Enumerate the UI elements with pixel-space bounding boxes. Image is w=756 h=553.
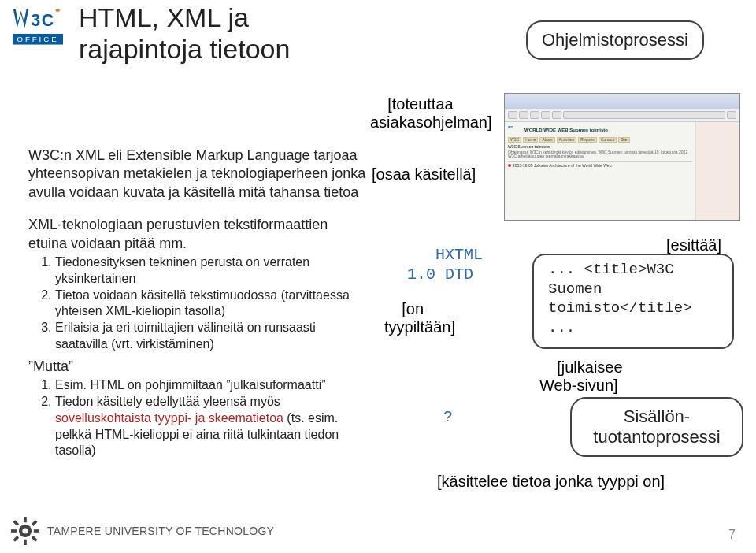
- intro-paragraph-2: XML-teknologiaan perustuvien tekstiforma…: [28, 216, 367, 253]
- title-line-1: HTML, XML ja: [79, 2, 249, 32]
- list-item: Tiedonesityksen tekninen perusta on verr…: [55, 254, 367, 288]
- title-line-2: rajapintoja tietoon: [79, 34, 290, 64]
- svg-rect-12: [32, 536, 38, 542]
- w3c-office-logo: 3 C OFFICE: [11, 6, 65, 46]
- university-footer: TAMPERE UNIVERSITY OF TECHNOLOGY: [11, 517, 274, 545]
- edge-label-osaa-kasitella: [osaa käsitellä]: [372, 165, 476, 184]
- browser-titlebar: [505, 94, 739, 109]
- process-box-ohjelmisto: Ohjelmistoprosessi: [526, 20, 704, 60]
- svg-text:W3C: W3C: [508, 126, 514, 129]
- svg-text:3: 3: [31, 11, 40, 30]
- code-line: ... <title>W3C: [548, 260, 724, 280]
- caveats-list: Esim. HTML on pohjimmiltaan ”julkaisufor…: [50, 377, 367, 459]
- svg-text:C: C: [42, 11, 54, 30]
- html-fragment-box: ... <title>W3C Suomen toimisto</title> .…: [532, 254, 734, 349]
- edge-label-on-tyypiltaan: [ontyypiltään]: [384, 282, 455, 354]
- browser-toolbar: [505, 109, 739, 122]
- svg-rect-9: [11, 529, 17, 533]
- slide-title: HTML, XML ja rajapintoja tietoon: [79, 2, 290, 65]
- gear-icon: [11, 517, 39, 545]
- process-box-sisallontuotanto: Sisällön-tuotantoprosessi: [570, 397, 743, 457]
- node-question-mark: ?: [443, 408, 453, 426]
- code-line: ...: [548, 318, 724, 338]
- code-line: Suomen: [548, 280, 724, 299]
- svg-rect-14: [13, 536, 19, 542]
- intro-paragraph-1: W3C:n XML eli Extensible Markup Language…: [28, 147, 367, 202]
- svg-rect-11: [13, 520, 19, 526]
- list-item: Erilaisia ja eri toimittajien välineitä …: [55, 320, 367, 353]
- page-number: 7: [728, 528, 736, 542]
- mutta-heading: ”Mutta”: [28, 358, 367, 376]
- edge-label-esittaa: [esittää]: [666, 236, 721, 254]
- list-item: Tiedon käsittely edellyttää yleensä myös…: [55, 394, 367, 459]
- svg-rect-10: [34, 529, 39, 533]
- edge-label-kasittelee-tietoa: [käsittelee tietoa jonka tyyppi on]: [437, 473, 665, 491]
- advantages-list: Tiedonesityksen tekninen perusta on verr…: [50, 254, 367, 353]
- svg-rect-8: [24, 540, 27, 545]
- university-name: TAMPERE UNIVERSITY OF TECHNOLOGY: [47, 525, 274, 537]
- code-line: toimisto</title>: [548, 299, 724, 318]
- list-item: Tietoa voidaan käsitellä tekstimuodossa …: [55, 288, 367, 321]
- svg-rect-7: [24, 517, 27, 522]
- browser-screenshot-thumbnail: W3C WORLD WIDE WEB Suomen toimisto W3CHo…: [504, 93, 740, 221]
- edge-label-toteuttaa: [toteuttaaasiakasohjelman]: [370, 77, 492, 150]
- svg-rect-13: [32, 520, 38, 526]
- list-item: Esim. HTML on pohjimmiltaan ”julkaisufor…: [55, 377, 367, 394]
- svg-point-15: [22, 528, 28, 533]
- main-text-column: W3C:n XML eli Extensible Markup Language…: [28, 147, 367, 459]
- svg-text:OFFICE: OFFICE: [17, 35, 58, 43]
